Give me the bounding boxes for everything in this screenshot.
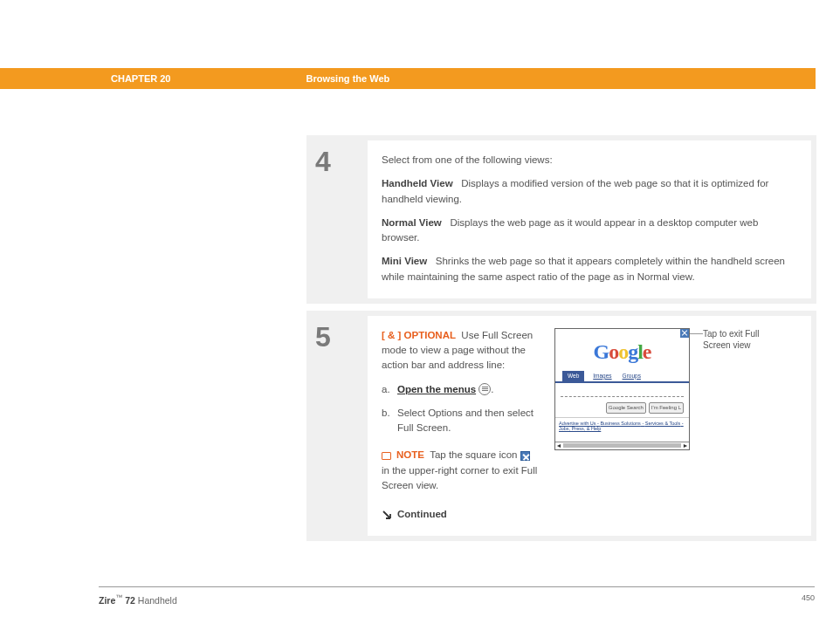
arrow-down-right-icon xyxy=(382,510,392,520)
sublist: a. Open the menus . b. Select Options an… xyxy=(382,382,539,436)
step5-figure-column: Tap to exit Full Screen view Google Web … xyxy=(554,328,696,523)
scroll-track xyxy=(563,443,681,448)
handheld-lucky-button: I'm Feeling L xyxy=(649,402,684,414)
figure-callout: Tap to exit Full Screen view xyxy=(703,328,773,351)
step4-intro: Select from one of the following views: xyxy=(382,153,797,168)
handheld-search-row xyxy=(555,383,689,402)
note-flag-icon xyxy=(382,451,393,461)
step-number: 4 xyxy=(315,146,368,178)
continued-label: Continued xyxy=(397,507,447,522)
handheld-search-button: Google Search xyxy=(606,402,646,414)
sublist-content: Open the menus . xyxy=(397,382,494,397)
note-post: in the upper-right corner to exit Full S… xyxy=(382,465,537,490)
handheld-screenshot: Google Web Images Groups Google Search xyxy=(554,328,690,450)
handheld-tabs: Web Images Groups xyxy=(555,371,689,383)
optional-paragraph: [ & ] OPTIONAL Use Full Screen mode to v… xyxy=(382,328,539,373)
sublist-key: a. xyxy=(382,382,397,397)
handheld-scrollbar: ◄ ► xyxy=(555,442,689,449)
sublist-item-a: a. Open the menus . xyxy=(382,382,539,397)
view-normal: Normal View Displays the web page as it … xyxy=(382,216,797,246)
open-the-menus-link[interactable]: Open the menus xyxy=(397,384,476,394)
view-mini: Mini View Shrinks the web page so that i… xyxy=(382,254,797,284)
handheld-tab-web: Web xyxy=(562,371,584,381)
step-number-column: 4 xyxy=(306,135,368,304)
step-5-body: [ & ] OPTIONAL Use Full Screen mode to v… xyxy=(368,316,811,537)
page-number: 450 xyxy=(802,593,815,606)
view-desc: Shrinks the web page so that it appears … xyxy=(382,256,785,281)
period: . xyxy=(491,384,493,394)
step-4-body: Select from one of the following views: … xyxy=(368,140,811,298)
menu-icon xyxy=(478,383,491,395)
sublist-content: Select Options and then select Full Scre… xyxy=(397,406,539,436)
close-square-icon xyxy=(520,451,530,461)
step-number-column: 5 xyxy=(306,311,368,542)
note-pre: Tap the square icon xyxy=(430,449,517,460)
footer-rule xyxy=(99,586,815,587)
scroll-right-icon: ► xyxy=(682,442,689,449)
scroll-thumb xyxy=(563,443,681,448)
google-logo: Google xyxy=(555,329,689,371)
scroll-left-icon: ◄ xyxy=(555,442,562,449)
view-name: Handheld View xyxy=(382,178,453,188)
page-footer: Zire™ 72 Handheld 450 xyxy=(99,593,815,606)
sublist-item-b: b. Select Options and then select Full S… xyxy=(382,406,539,436)
handheld-footer-links: Advertise with Us - Business Solutions -… xyxy=(555,417,689,435)
continued-row: Continued xyxy=(382,507,539,522)
content-area: 4 Select from one of the following views… xyxy=(306,135,816,548)
handheld-tab-groups: Groups xyxy=(621,371,643,381)
step5-text-column: [ & ] OPTIONAL Use Full Screen mode to v… xyxy=(382,328,539,523)
optional-tag: [ & ] OPTIONAL xyxy=(382,330,456,340)
handheld-tab-images: Images xyxy=(591,371,613,381)
view-name: Normal View xyxy=(382,217,442,228)
view-handheld: Handheld View Displays a modified versio… xyxy=(382,176,797,207)
step-number: 5 xyxy=(315,321,368,353)
note-label: NOTE xyxy=(396,449,424,460)
step-5-block: 5 [ & ] OPTIONAL Use Full Screen mode to… xyxy=(306,311,816,542)
chapter-label: CHAPTER 20 xyxy=(111,73,170,84)
note-paragraph: NOTE Tap the square icon in the upper-ri… xyxy=(382,448,539,493)
handheld-buttons-row: Google Search I'm Feeling L xyxy=(555,402,689,414)
view-name: Mini View xyxy=(382,256,427,266)
sublist-key: b. xyxy=(382,406,397,436)
product-name: Zire™ 72 Handheld xyxy=(99,593,177,606)
chapter-header-bar: CHAPTER 20 Browsing the Web xyxy=(0,68,816,89)
handheld-search-line xyxy=(561,388,684,397)
step-4-block: 4 Select from one of the following views… xyxy=(306,135,816,304)
handheld-close-icon xyxy=(680,329,689,338)
section-title: Browsing the Web xyxy=(306,73,389,84)
